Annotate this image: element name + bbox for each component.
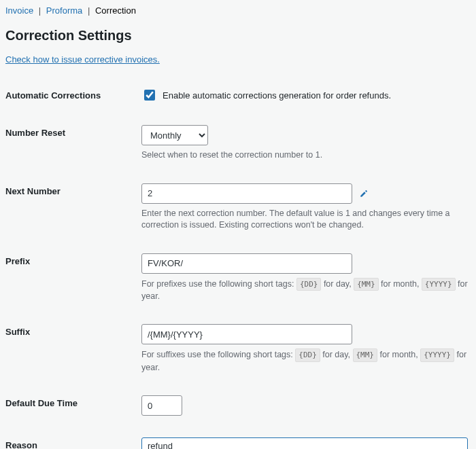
suffix-desc: For suffixes use the following short tag… xyxy=(141,348,471,374)
label-reason: Reason xyxy=(5,427,141,449)
prefix-input[interactable] xyxy=(141,253,352,274)
tag-mm: {MM} xyxy=(354,278,379,291)
label-next-number: Next Number xyxy=(5,173,141,243)
next-number-desc: Enter the next correction number. The de… xyxy=(141,208,471,232)
tab-correction: Correction xyxy=(95,5,136,16)
tag-dd: {DD} xyxy=(295,348,320,361)
label-number-reset: Number Reset xyxy=(5,114,141,173)
edit-icon[interactable] xyxy=(359,188,369,198)
number-reset-desc: Select when to reset the correction numb… xyxy=(141,149,471,162)
prefix-desc: For prefixes use the following short tag… xyxy=(141,278,471,303)
tag-yyyy: {YYYY} xyxy=(422,278,456,291)
next-number-input xyxy=(141,183,352,204)
reason-textarea[interactable]: refund xyxy=(141,437,468,449)
auto-corrections-row[interactable]: Enable automatic corrections generation … xyxy=(141,88,471,103)
label-prefix: Prefix xyxy=(5,243,141,314)
tag-mm: {MM} xyxy=(353,348,378,361)
label-auto-corrections: Automatic Corrections xyxy=(5,77,141,114)
tab-proforma[interactable]: Proforma xyxy=(46,5,82,16)
tab-separator: | xyxy=(36,5,44,16)
help-link[interactable]: Check how to issue corrective invoices. xyxy=(5,54,160,65)
tag-dd: {DD} xyxy=(296,278,322,291)
tab-invoice[interactable]: Invoice xyxy=(5,5,33,16)
tab-separator: | xyxy=(85,5,92,16)
suffix-input[interactable] xyxy=(141,324,352,344)
label-due-time: Default Due Time xyxy=(5,384,141,427)
auto-corrections-text: Enable automatic corrections generation … xyxy=(163,90,391,101)
tabs: Invoice | Proforma | Correction xyxy=(5,4,471,21)
tag-yyyy: {YYYY} xyxy=(420,348,454,361)
settings-form: Automatic Corrections Enable automatic c… xyxy=(5,77,471,449)
page-title: Correction Settings xyxy=(5,28,471,43)
due-time-input[interactable] xyxy=(141,395,182,416)
number-reset-select[interactable]: Monthly xyxy=(141,125,208,145)
auto-corrections-checkbox[interactable] xyxy=(144,90,155,101)
label-suffix: Suffix xyxy=(5,313,141,384)
